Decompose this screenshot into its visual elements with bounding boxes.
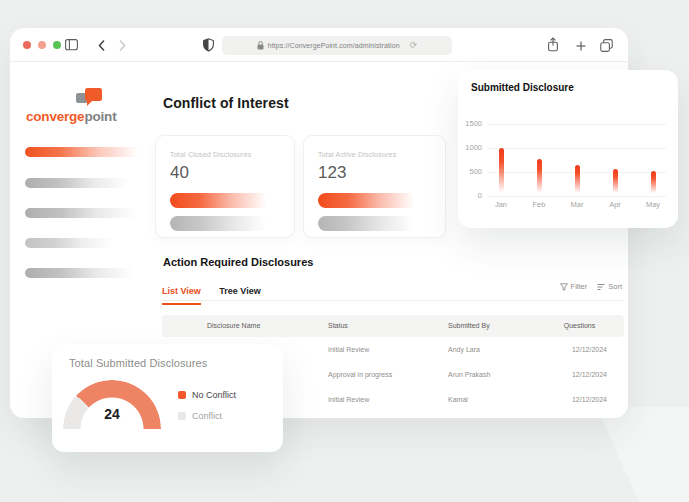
legend-label: No Conflict (192, 390, 236, 400)
traffic-light-close[interactable] (23, 41, 31, 49)
legend-swatch (178, 412, 186, 420)
logo-text-point: point (84, 109, 116, 124)
cell-questions: 12/12/2024 (552, 346, 607, 353)
sidebar-menu-bar[interactable] (25, 178, 133, 188)
cell-submitted-by: Andy Lara (448, 346, 480, 353)
reload-icon[interactable]: ⟳ (410, 41, 418, 50)
submitted-disclosure-card: Submitted Disclosure 050010001500JanFebM… (458, 70, 678, 228)
stat-bar-gray (170, 216, 270, 231)
gauge-title: Total Submitted Disclosures (69, 357, 207, 369)
x-axis-tick: May (638, 200, 668, 209)
traffic-light-zoom[interactable] (53, 41, 61, 49)
stat-value: 123 (318, 163, 431, 183)
header-status: Status (328, 322, 348, 329)
gridline (488, 148, 666, 149)
stat-card-closed-disclosures: Total Closed Disclosures 40 (155, 135, 295, 238)
sort-icon (597, 283, 605, 291)
tab-overview-icon[interactable] (600, 39, 613, 52)
tab-tree-view[interactable]: Tree View (219, 286, 260, 303)
chart-bar (651, 171, 656, 194)
background-shape (529, 407, 689, 502)
stat-value: 40 (170, 163, 280, 183)
legend-swatch (178, 391, 186, 399)
sort-button[interactable]: Sort (597, 282, 622, 291)
stat-label: Total Active Disclosures (318, 151, 431, 158)
y-axis-tick: 0 (458, 191, 482, 200)
cell-questions: 12/12/2024 (552, 371, 607, 378)
cell-submitted-by: Kamal (448, 396, 468, 403)
sidebar-menu-bar[interactable] (25, 268, 138, 278)
tab-bar: List View Tree View Filter Sort (162, 280, 624, 301)
x-axis-tick: Apr (600, 200, 630, 209)
legend-item-conflict: Conflict (178, 411, 236, 421)
sidebar-menu-bar[interactable] (25, 208, 140, 218)
sidebar-toggle-icon[interactable] (65, 39, 78, 51)
chart-bar (499, 148, 504, 194)
window-controls (23, 41, 61, 49)
sort-label: Sort (608, 282, 622, 291)
cell-status: Initial Review (328, 346, 369, 353)
cell-status: Approval in progress (328, 371, 392, 378)
chart-bar (575, 165, 580, 194)
stat-bar-orange (170, 193, 270, 208)
new-tab-icon[interactable] (576, 41, 586, 51)
url-text: https://ConvergePoint.com/administration (268, 42, 400, 49)
sidebar-menu-bar-active[interactable] (25, 147, 143, 157)
filter-icon (560, 283, 568, 291)
logo-speech-bubbles-icon (76, 88, 110, 108)
table-header: Disclosure Name Status Submitted By Ques… (162, 315, 624, 337)
y-axis-tick: 500 (458, 167, 482, 176)
cell-questions: 12/12/2024 (552, 396, 607, 403)
stat-label: Total Closed Disclosures (170, 151, 280, 158)
browser-toolbar: https://ConvergePoint.com/administration… (10, 28, 628, 62)
cell-submitted-by: Arun Prakash (448, 371, 490, 378)
back-icon[interactable] (98, 40, 105, 51)
tab-list-view[interactable]: List View (162, 286, 201, 305)
legend-item-no-conflict: No Conflict (178, 390, 236, 400)
gridline (488, 124, 666, 125)
sidebar-menu-bar[interactable] (25, 238, 117, 248)
traffic-light-minimize[interactable] (38, 41, 46, 49)
cell-status: Initial Review (328, 396, 369, 403)
y-axis-tick: 1000 (458, 143, 482, 152)
shield-icon[interactable] (203, 38, 214, 52)
filter-button[interactable]: Filter (560, 282, 588, 291)
logo-wordmark: convergepoint (26, 109, 138, 124)
x-axis-tick: Mar (562, 200, 592, 209)
y-axis-tick: 1500 (458, 119, 482, 128)
gauge-legend: No Conflict Conflict (178, 390, 236, 421)
x-axis-tick: Feb (524, 200, 554, 209)
page-background: https://ConvergePoint.com/administration… (0, 0, 689, 502)
lock-icon (257, 41, 264, 50)
stat-bar-orange (318, 193, 418, 208)
page-title: Conflict of Interest (163, 95, 289, 111)
bar-chart: 050010001500JanFebMarAprMay (458, 70, 678, 228)
header-questions: Questions (552, 322, 607, 329)
gridline (488, 196, 666, 197)
forward-icon[interactable] (119, 40, 126, 51)
section-title: Action Required Disclosures (163, 256, 313, 268)
logo-text-converge: converge (26, 109, 84, 124)
share-icon[interactable] (547, 37, 559, 52)
header-disclosure-name: Disclosure Name (207, 322, 260, 329)
total-submitted-card: Total Submitted Disclosures 24 No Confli… (52, 344, 283, 452)
chart-bar (613, 169, 618, 194)
logo: convergepoint (26, 88, 138, 124)
chart-bar (537, 159, 542, 194)
stat-bar-gray (318, 216, 418, 231)
filter-label: Filter (571, 282, 588, 291)
stat-card-active-disclosures: Total Active Disclosures 123 (303, 135, 446, 238)
legend-label: Conflict (192, 411, 222, 421)
x-axis-tick: Jan (486, 200, 516, 209)
address-bar[interactable]: https://ConvergePoint.com/administration… (222, 36, 452, 55)
gauge-value: 24 (63, 406, 161, 422)
header-submitted-by: Submitted By (448, 322, 490, 329)
